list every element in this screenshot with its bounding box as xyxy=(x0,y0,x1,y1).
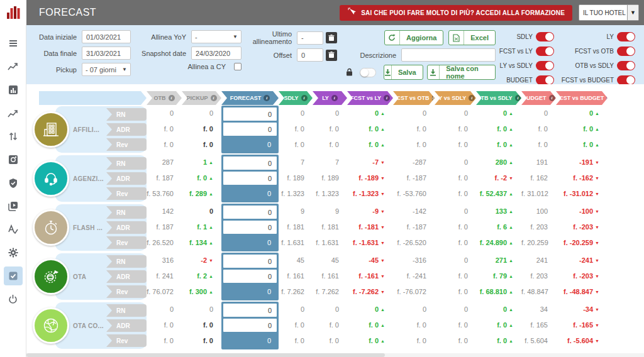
ultimo-allineamento-input[interactable] xyxy=(297,31,323,45)
chevron-down-icon: ▼ xyxy=(233,34,238,40)
toggle-switch-ly[interactable] xyxy=(617,32,635,41)
column-header-ly[interactable]: LYi xyxy=(313,91,347,105)
column-ly_vs_sdly: 0f. 0f. 0 xyxy=(435,302,476,349)
horizontal-scrollbar[interactable] xyxy=(26,353,644,357)
info-icon[interactable]: i xyxy=(211,95,217,101)
cell-ly-rn: 0 xyxy=(313,106,347,121)
toggle-switch-budget[interactable] xyxy=(536,75,554,85)
info-icon[interactable]: i xyxy=(384,95,390,101)
chevron-down-icon[interactable]: ▼ xyxy=(627,5,638,20)
column-header-otb[interactable]: OTBi xyxy=(147,91,182,105)
sidebar-item-line-chart-icon[interactable] xyxy=(4,104,23,123)
info-icon[interactable]: i xyxy=(515,95,521,101)
column-otb: 142f. 187f. 26.520 xyxy=(147,204,182,251)
cell-otb-rn: 142 xyxy=(147,204,182,219)
sidebar-item-video-library-icon[interactable] xyxy=(4,197,23,216)
column-header-sdly[interactable]: SDLYi xyxy=(279,91,313,105)
cell-otb_vs_sdly-rev: f. 68.810▲ xyxy=(476,284,521,300)
info-icon[interactable]: i xyxy=(549,95,555,101)
offset-delete-button[interactable] xyxy=(326,50,337,61)
column-header-fcst_vs_otb[interactable]: FCST vs OTBi xyxy=(393,91,435,105)
column-header-fcst_vs_budget[interactable]: FCST vs BUDGETi xyxy=(556,91,608,105)
training-banner-button[interactable]: SAI CHE PUOI FARE MOLTO DI PIÙ? ACCEDI A… xyxy=(340,5,572,21)
sidebar-item-spellcheck-icon[interactable] xyxy=(4,220,23,239)
info-icon[interactable]: i xyxy=(301,95,308,101)
toggle-switch-fcst-vs-otb[interactable] xyxy=(617,47,635,56)
forecast-adr-input[interactable] xyxy=(223,172,277,185)
trend-up-icon: ▲ xyxy=(380,143,385,147)
ultimo-allineamento-delete-button[interactable] xyxy=(326,32,337,43)
info-icon[interactable]: i xyxy=(331,95,338,101)
descrizione-input[interactable] xyxy=(401,48,496,62)
salva-button[interactable]: Salva xyxy=(384,65,423,80)
toggle-switch-fcst-vs-ly[interactable] xyxy=(536,47,554,56)
forecast-rn-input[interactable] xyxy=(223,255,277,268)
cell-fcst_vs_budget-adr: f. -162▼ xyxy=(556,170,608,186)
cell-fcst_vs_otb-adr: f. 0 xyxy=(393,121,435,137)
info-icon[interactable]: i xyxy=(432,95,435,101)
column-header-label: FCST vs LY xyxy=(350,95,381,101)
cell-otb-rev: f. 26.520 xyxy=(147,235,182,251)
sidebar-item-power-icon[interactable] xyxy=(4,290,23,309)
forecast-rn-input[interactable] xyxy=(223,304,277,317)
forecast-adr-input[interactable] xyxy=(223,123,277,136)
column-header-budget[interactable]: BUDGETi xyxy=(521,91,556,105)
column-fcst_vs_ly: -9▼f. -181▼f. -1.631▼ xyxy=(347,204,393,251)
sidebar-item-sort-arrows-icon[interactable] xyxy=(4,127,23,146)
salva-con-nome-button[interactable]: Salva con nome xyxy=(427,65,496,80)
cell-otb_vs_sdly-rev: f. 24.890▲ xyxy=(476,235,521,251)
forecast-adr-input[interactable] xyxy=(223,221,277,234)
snapshot-date-input[interactable] xyxy=(191,47,242,60)
column-header-forecast[interactable]: FORECASTi xyxy=(221,91,279,105)
toggle-switch-sdly[interactable] xyxy=(536,32,554,41)
sidebar-item-bar-chart-icon[interactable] xyxy=(4,80,23,99)
info-icon[interactable]: i xyxy=(264,95,270,101)
forecast-rn-input[interactable] xyxy=(223,206,277,219)
lock-toggle[interactable] xyxy=(360,68,376,77)
hotel-selector-dropdown[interactable]: IL TUO HOTEL ▼ xyxy=(579,4,639,21)
column-header-ly_vs_sdly[interactable]: LY vs SDLYi xyxy=(435,91,476,105)
forecast-rn-input[interactable] xyxy=(223,157,277,170)
toggle-switch-fcst-vs-budget[interactable] xyxy=(617,75,635,85)
column-header-label: OTB vs SDLY xyxy=(476,95,512,101)
cell-fcst_vs_budget-adr: f. 0▲ xyxy=(556,121,608,137)
toggle-knob xyxy=(545,62,553,70)
column-header-otb_vs_sdly[interactable]: OTB vs SDLYi xyxy=(476,91,521,105)
forecast-rn-input[interactable] xyxy=(223,107,277,121)
allinea-yoy-select[interactable]: - ▼ xyxy=(191,30,242,43)
data-finale-input[interactable] xyxy=(82,47,131,60)
info-icon[interactable]: i xyxy=(606,95,608,101)
sidebar-item-forecast-checkbox-icon[interactable] xyxy=(4,266,23,285)
allinea-yoy-label: Allinea YoY xyxy=(140,33,191,41)
column-pickup: 0f. 1▲f. 134▲ xyxy=(182,204,221,251)
column-otb: 316f. 241f. 76.072 xyxy=(147,253,182,300)
aggiorna-button[interactable]: Aggiorna xyxy=(384,30,443,45)
excel-button[interactable]: Excel xyxy=(448,30,496,45)
offset-label: Offset xyxy=(249,52,297,59)
sidebar-item-trend-chart-icon[interactable] xyxy=(4,57,23,76)
sidebar-item-snapshot-icon[interactable] xyxy=(4,150,23,169)
info-icon[interactable]: i xyxy=(169,95,175,101)
column-fcst_vs_otb: -142f. -187f. -26.520 xyxy=(393,204,435,251)
column-sdly: 0f. 0f. 0 xyxy=(279,302,313,349)
sidebar-item-menu-icon[interactable] xyxy=(4,34,23,53)
cell-otb_vs_sdly-adr: f. 0▲ xyxy=(476,317,521,333)
info-icon[interactable]: i xyxy=(469,95,475,101)
column-pickup: 1▲f. 0▲f. 289▲ xyxy=(182,155,221,202)
toggle-switch-otb-vs-sdly[interactable] xyxy=(617,61,635,70)
toggle-switch-ly-vs-sdly[interactable] xyxy=(536,61,554,70)
data-iniziale-input[interactable] xyxy=(82,30,131,43)
forecast-adr-input[interactable] xyxy=(223,270,277,283)
column-pickup: -2▼f. 2▲f. 300▲ xyxy=(182,253,221,300)
cell-fcst_vs_otb-adr: f. -187 xyxy=(393,170,435,186)
column-otb: 287f. 187f. 53.760 xyxy=(147,155,182,202)
cell-otb-rn: 0 xyxy=(147,106,182,121)
pickup-select[interactable]: - 07 giorni ▼ xyxy=(82,63,131,76)
sidebar-item-shield-check-icon[interactable] xyxy=(4,173,23,192)
sidebar-item-settings-gear-icon[interactable] xyxy=(4,243,23,262)
allinea-cy-checkbox[interactable] xyxy=(234,63,242,70)
column-header-fcst_vs_ly[interactable]: FCST vs LYi xyxy=(347,91,393,105)
forecast-adr-input[interactable] xyxy=(223,319,277,332)
column-header-pickup[interactable]: PICKUPi xyxy=(182,91,221,105)
offset-input[interactable] xyxy=(297,48,323,62)
